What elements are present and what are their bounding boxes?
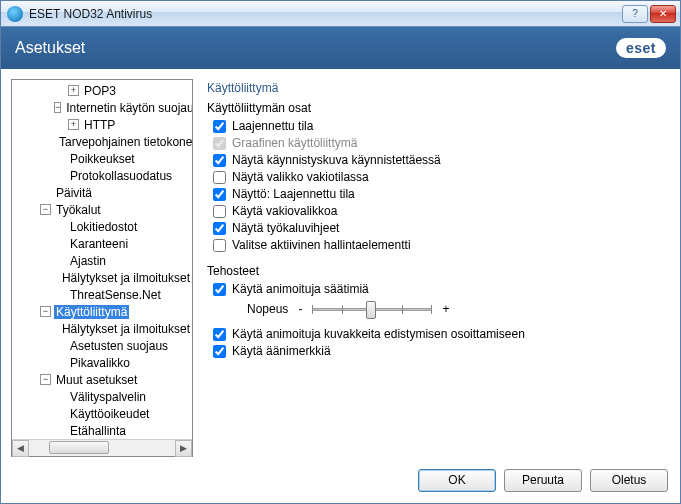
tree-item[interactable]: Poikkeukset — [12, 150, 192, 167]
tree-item[interactable]: Pikavalikko — [12, 354, 192, 371]
tree-item-label: Poikkeukset — [68, 152, 137, 166]
tree-item-label: Käyttöliittymä — [54, 305, 129, 319]
scroll-thumb[interactable] — [49, 441, 109, 454]
tree-item-label: Hälytykset ja ilmoitukset — [60, 271, 192, 285]
checkbox-row-sound: Käytä äänimerkkiä — [213, 344, 666, 358]
help-button[interactable]: ? — [622, 5, 648, 23]
tree-item[interactable]: Tarvepohjainen tietokoneen tarkistus — [12, 133, 192, 150]
slider-thumb[interactable] — [366, 301, 376, 319]
slider-label: Nopeus — [247, 302, 288, 316]
tree-item[interactable]: −Muut asetukset — [12, 371, 192, 388]
tree-spacer — [54, 391, 65, 402]
checkbox[interactable] — [213, 188, 226, 201]
tree-item[interactable]: Etähallinta — [12, 422, 192, 439]
tree-item-label: Hälytykset ja ilmoitukset — [60, 322, 192, 336]
checkbox-row-animated-controls: Käytä animoituja säätimiä — [213, 282, 666, 296]
tree-item-label: Internetin käytön suojaus — [64, 101, 192, 115]
tree-spacer — [54, 408, 65, 419]
settings-window: ESET NOD32 Antivirus ? ✕ Asetukset eset … — [0, 0, 681, 504]
tree-spacer — [54, 340, 65, 351]
checkbox[interactable] — [213, 239, 226, 252]
checkbox[interactable] — [213, 171, 226, 184]
tree-spacer — [54, 289, 65, 300]
checkbox-label: Käytä animoituja kuvakkeita edistymisen … — [232, 327, 525, 341]
tree-item[interactable]: −Työkalut — [12, 201, 192, 218]
tree-item[interactable]: Ajastin — [12, 252, 192, 269]
tree-item[interactable]: +HTTP — [12, 116, 192, 133]
collapse-icon[interactable]: − — [40, 204, 51, 215]
tree-item[interactable]: −Internetin käytön suojaus — [12, 99, 192, 116]
tree-item-label: Ajastin — [68, 254, 108, 268]
cancel-button[interactable]: Peruuta — [504, 469, 582, 492]
collapse-icon[interactable]: − — [54, 102, 61, 113]
scroll-right-arrow[interactable]: ▶ — [175, 440, 192, 457]
tree-spacer — [54, 221, 65, 232]
body: +POP3−Internetin käytön suojaus+HTTPTarv… — [1, 69, 680, 463]
subheader-title: Asetukset — [15, 39, 616, 57]
expand-icon[interactable]: + — [68, 85, 79, 96]
checkbox[interactable] — [213, 120, 226, 133]
checkbox-sound[interactable] — [213, 345, 226, 358]
tree-item-label: HTTP — [82, 118, 117, 132]
tree-spacer — [54, 255, 65, 266]
checkbox-row: Näyttö: Laajennettu tila — [213, 187, 666, 201]
slider-row-speed: Nopeus - + — [247, 299, 666, 319]
checkbox-label: Käytä äänimerkkiä — [232, 344, 331, 358]
ok-button[interactable]: OK — [418, 469, 496, 492]
tree-item-label: Muut asetukset — [54, 373, 139, 387]
close-button[interactable]: ✕ — [650, 5, 676, 23]
tree-item[interactable]: Hälytykset ja ilmoitukset — [12, 320, 192, 337]
checkbox[interactable] — [213, 205, 226, 218]
tree-spacer — [54, 272, 57, 283]
default-button[interactable]: Oletus — [590, 469, 668, 492]
tree-item[interactable]: −Käyttöliittymä — [12, 303, 192, 320]
checkbox-label: Graafinen käyttöliittymä — [232, 136, 357, 150]
checkbox-label: Näytä käynnistyskuva käynnistettäessä — [232, 153, 441, 167]
checkbox[interactable] — [213, 154, 226, 167]
checkbox[interactable] — [213, 222, 226, 235]
tree-spacer — [54, 357, 65, 368]
collapse-icon[interactable]: − — [40, 306, 51, 317]
checkbox-row: Graafinen käyttöliittymä — [213, 136, 666, 150]
tree-item-label: Asetusten suojaus — [68, 339, 170, 353]
tree-item[interactable]: Päivitä — [12, 184, 192, 201]
checkbox-label: Näytä valikko vakiotilassa — [232, 170, 369, 184]
tree-spacer — [54, 153, 65, 164]
checkbox-row: Näytä käynnistyskuva käynnistettäessä — [213, 153, 666, 167]
scroll-track[interactable] — [29, 440, 175, 456]
tree[interactable]: +POP3−Internetin käytön suojaus+HTTPTarv… — [12, 80, 192, 439]
tree-item[interactable]: Välityspalvelin — [12, 388, 192, 405]
checkbox-row: Näytä valikko vakiotilassa — [213, 170, 666, 184]
tree-item[interactable]: Lokitiedostot — [12, 218, 192, 235]
slider-minus: - — [298, 302, 302, 316]
checkbox-animated-controls[interactable] — [213, 283, 226, 296]
tree-item[interactable]: Asetusten suojaus — [12, 337, 192, 354]
tree-item-label: Protokollasuodatus — [68, 169, 174, 183]
footer: OK Peruuta Oletus — [1, 463, 680, 503]
expand-icon[interactable]: + — [68, 119, 79, 130]
speed-slider[interactable] — [312, 299, 432, 319]
scroll-left-arrow[interactable]: ◀ — [12, 440, 29, 457]
tree-item-label: Välityspalvelin — [68, 390, 148, 404]
checkbox-animated-icons[interactable] — [213, 328, 226, 341]
horizontal-scrollbar[interactable]: ◀ ▶ — [12, 439, 192, 456]
tree-item[interactable]: Käyttöoikeudet — [12, 405, 192, 422]
titlebar: ESET NOD32 Antivirus ? ✕ — [1, 1, 680, 27]
tree-item[interactable]: ThreatSense.Net — [12, 286, 192, 303]
subheader: Asetukset eset — [1, 27, 680, 69]
section-title: Käyttöliittymä — [207, 81, 666, 95]
tree-item[interactable]: Hälytykset ja ilmoitukset — [12, 269, 192, 286]
group-title-components: Käyttöliittymän osat — [207, 101, 666, 115]
tree-item-label: Etähallinta — [68, 424, 128, 438]
checkbox-label: Valitse aktiivinen hallintaelementti — [232, 238, 411, 252]
tree-item-label: Käyttöoikeudet — [68, 407, 151, 421]
tree-item[interactable]: Karanteeni — [12, 235, 192, 252]
checkbox-label: Käytä vakiovalikkoa — [232, 204, 337, 218]
tree-item[interactable]: +POP3 — [12, 82, 192, 99]
collapse-icon[interactable]: − — [40, 374, 51, 385]
tree-spacer — [54, 238, 65, 249]
tree-item-label: Pikavalikko — [68, 356, 132, 370]
tree-item-label: Työkalut — [54, 203, 103, 217]
checkbox-label: Näytä työkaluvihjeet — [232, 221, 339, 235]
tree-item[interactable]: Protokollasuodatus — [12, 167, 192, 184]
